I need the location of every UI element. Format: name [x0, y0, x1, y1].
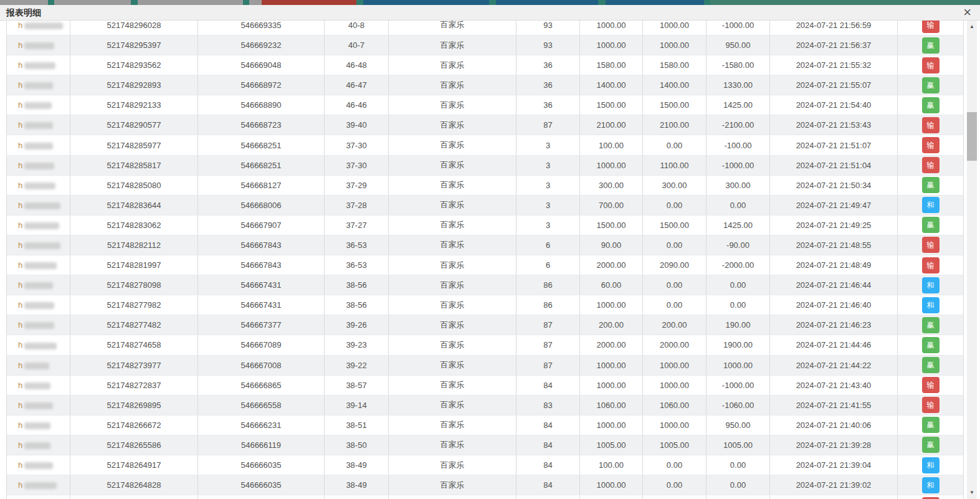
profit-cell: [706, 495, 770, 499]
serial-id-cell: 546666865: [198, 375, 325, 395]
game-type-cell: 百家乐: [389, 155, 516, 175]
username-cell: h: [7, 355, 70, 375]
scroll-up-button[interactable]: ▲: [967, 22, 977, 32]
status-badge[interactable]: 赢: [922, 97, 940, 113]
status-badge[interactable]: 输: [922, 57, 940, 74]
profit-cell: -2000.00: [706, 255, 770, 275]
valid-amount-cell: 2100.00: [643, 115, 706, 135]
username-prefix: h: [18, 21, 22, 30]
table-number-cell: 6: [516, 255, 580, 275]
scroll-down-icon: ▼: [969, 490, 974, 495]
profit-cell: 0.00: [706, 455, 770, 475]
serial-id-cell: 546669335: [198, 21, 325, 36]
table-row: h52174828508054666812737-29百家乐3300.00300…: [7, 175, 964, 195]
status-badge[interactable]: 赢: [922, 337, 940, 353]
status-cell: 赢: [898, 315, 964, 335]
time-cell: 2024-07-21 21:54:40: [770, 95, 898, 115]
round-cell: 40-7: [325, 36, 389, 55]
table-row: h52174826491754666603538-49百家乐84100.000.…: [7, 455, 964, 475]
table-row: h52174826667254666623138-51百家乐841000.001…: [7, 415, 964, 435]
status-badge[interactable]: 和: [922, 277, 940, 293]
order-id-cell: 521748292133: [70, 95, 198, 115]
game-type-cell: 百家乐: [389, 95, 516, 115]
table-row: h52174829602854666933540-8百家乐931000.0010…: [7, 21, 964, 36]
table-number-cell: 3: [516, 215, 580, 235]
table-row: h52174826482854666603538-49百家乐841000.000…: [7, 475, 964, 495]
tab-strip-segment: [54, 0, 131, 5]
table-row: h52174829057754666872339-40百家乐872100.002…: [7, 115, 964, 135]
order-id-cell: 521748295397: [70, 36, 198, 55]
scroll-down-button[interactable]: ▼: [967, 488, 977, 498]
status-badge[interactable]: 输: [922, 237, 940, 253]
table-number-cell: 87: [516, 355, 580, 375]
status-badge[interactable]: 和: [922, 297, 940, 313]
table-row: h52174827809854666743138-56百家乐8660.000.0…: [7, 275, 964, 295]
table-number-cell: 87: [516, 335, 580, 355]
serial-id-cell: 546667377: [198, 315, 325, 335]
status-badge[interactable]: 赢: [922, 37, 940, 54]
status-badge[interactable]: 输: [922, 21, 940, 33]
bet-amount-cell: 300.00: [580, 175, 643, 195]
bet-amount-cell: 1000.00: [580, 415, 643, 435]
username-blurred-mask: [24, 383, 50, 389]
username-prefix: h: [18, 361, 22, 370]
table-viewport: h52174829602854666933540-8百家乐931000.0010…: [0, 21, 980, 499]
status-badge[interactable]: 赢: [922, 177, 940, 193]
status-badge[interactable]: 输: [922, 377, 940, 393]
round-cell: 38-57: [325, 375, 389, 395]
username-prefix: h: [18, 240, 22, 250]
profit-cell: 1330.00: [706, 75, 770, 95]
status-cell: 赢: [898, 75, 964, 95]
table-row: h52174829356254666904846-48百家乐361580.001…: [7, 55, 964, 75]
username-cell: h: [7, 195, 70, 215]
order-id-cell: 521748293562: [70, 55, 198, 75]
valid-amount-cell: 0.00: [643, 295, 706, 315]
game-type-cell: 百家乐: [389, 75, 516, 95]
scrollbar-thumb[interactable]: [967, 112, 977, 161]
profit-cell: 1425.00: [706, 215, 770, 235]
username-prefix: h: [18, 80, 22, 90]
status-badge[interactable]: 赢: [922, 357, 940, 373]
modal-title: 报表明细: [6, 7, 41, 19]
order-id-cell: 521748282112: [70, 235, 198, 255]
status-badge[interactable]: 输: [922, 157, 940, 173]
status-badge[interactable]: 赢: [922, 217, 940, 233]
status-badge[interactable]: 输: [922, 117, 940, 133]
status-badge[interactable]: 和: [922, 477, 940, 493]
valid-amount-cell: 1000.00: [643, 21, 706, 36]
status-cell: 和: [898, 475, 964, 495]
round-cell: 38-50: [325, 435, 389, 455]
serial-id-cell: 546666558: [198, 395, 325, 415]
bet-amount-cell: [580, 495, 643, 499]
game-type-cell: 百家乐: [389, 435, 516, 455]
tab-strip-segment: [363, 0, 489, 5]
valid-amount-cell: 1000.00: [643, 375, 706, 395]
round-cell: 37-27: [325, 215, 389, 235]
username-cell: h: [7, 395, 70, 415]
status-badge[interactable]: 赢: [922, 317, 940, 333]
status-badge[interactable]: 和: [922, 457, 940, 473]
close-icon[interactable]: ×: [963, 4, 971, 20]
table-number-cell: 84: [516, 475, 580, 495]
table-row: h52174827283754666686538-57百家乐841000.001…: [7, 375, 964, 395]
round-cell: 37-30: [325, 135, 389, 155]
username-cell: h: [7, 155, 70, 175]
status-badge[interactable]: 输: [922, 257, 940, 273]
status-badge[interactable]: 输: [922, 137, 940, 153]
status-badge[interactable]: 和: [922, 197, 940, 213]
table-number-cell: 3: [516, 195, 580, 215]
username-blurred-mask: [24, 62, 55, 69]
vertical-scrollbar[interactable]: ▲ ▼: [967, 21, 977, 499]
game-type-cell: 百家乐: [389, 455, 516, 475]
status-badge[interactable]: 赢: [922, 437, 940, 453]
table-row: h52174827748254666737739-26百家乐87200.0020…: [7, 315, 964, 335]
profit-cell: -1000.00: [706, 21, 770, 36]
time-cell: 2024-07-21 21:55:32: [770, 55, 898, 75]
status-badge[interactable]: 输: [922, 397, 940, 413]
time-cell: 2024-07-21 21:46:44: [770, 275, 898, 295]
status-cell: 赢: [898, 415, 964, 435]
table-number-cell: 87: [516, 115, 580, 135]
status-badge[interactable]: 赢: [922, 417, 940, 433]
status-badge[interactable]: 赢: [922, 77, 940, 93]
round-cell: 39-14: [325, 395, 389, 415]
